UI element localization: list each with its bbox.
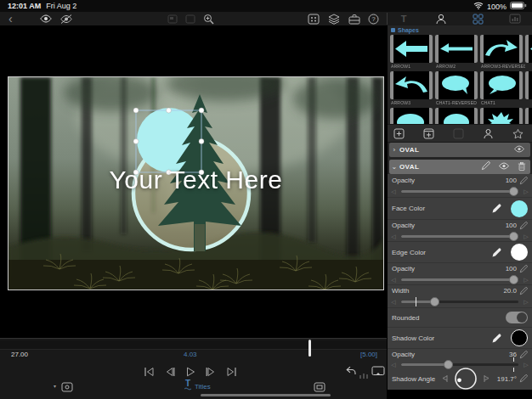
title-overlay-text[interactable]: Your Text Here — [8, 166, 383, 194]
edge-opacity-row: Opacity 100 — [388, 221, 532, 230]
main-clip-icon[interactable] — [61, 380, 73, 396]
width-slider[interactable]: ◁ ▷ — [388, 296, 532, 307]
tab-text[interactable]: T — [399, 13, 409, 25]
help-icon[interactable]: ? — [368, 13, 379, 25]
slider-thumb[interactable] — [509, 232, 518, 241]
layer-delete-icon[interactable] — [518, 161, 526, 173]
slider-thumb[interactable] — [509, 275, 518, 284]
shape-preset-burst[interactable] — [480, 108, 523, 124]
expand-chevron-icon[interactable]: ⌄ — [389, 163, 399, 171]
shapes-section-header: Shapes — [391, 25, 419, 34]
clip-dropdown-icon[interactable]: ▾ — [54, 383, 56, 389]
add-to-album-icon[interactable] — [422, 127, 434, 139]
frame-back-button[interactable] — [164, 365, 176, 380]
tab-voice[interactable] — [435, 13, 447, 25]
eyedropper-icon[interactable] — [491, 333, 502, 344]
shape-preset-chat1-reversed[interactable] — [435, 71, 478, 99]
shape-preset-chat1[interactable] — [480, 71, 523, 99]
edit-value-icon[interactable] — [519, 287, 528, 295]
layer-row-oval-2-selected[interactable]: ⌄ OVAL — [389, 160, 530, 174]
tab-stats[interactable] — [509, 13, 521, 25]
slider-inc[interactable]: ▷ — [523, 299, 529, 306]
angle-inc-icon[interactable] — [483, 374, 490, 383]
slider-inc[interactable]: ▷ — [523, 277, 529, 284]
shape-preset-arrow3[interactable] — [390, 71, 433, 99]
undo-button[interactable] — [344, 364, 357, 379]
slider-dec[interactable]: ◁ — [390, 188, 397, 195]
snapshot-icon[interactable] — [308, 13, 320, 25]
layer-row-oval-1[interactable]: › OVAL — [389, 143, 530, 157]
audio-meter-icon[interactable] — [359, 367, 369, 382]
face-opacity-value: 100 — [506, 177, 517, 184]
shadow-angle-value: 191.7° — [490, 375, 517, 383]
shadow-color-swatch[interactable] — [511, 329, 528, 346]
titles-clip-icon[interactable]: T — [183, 379, 193, 394]
add-icon[interactable] — [393, 127, 405, 139]
angle-dec-icon[interactable] — [441, 374, 449, 383]
edit-value-icon[interactable] — [519, 374, 528, 383]
edit-value-icon[interactable] — [519, 177, 528, 185]
slider-inc[interactable]: ▷ — [523, 233, 529, 240]
layer-edit-icon[interactable] — [481, 161, 490, 172]
jump-end-button[interactable] — [226, 365, 238, 380]
playhead[interactable] — [308, 340, 311, 357]
slider-dec[interactable]: ◁ — [390, 299, 397, 306]
zoom-in-icon[interactable] — [203, 13, 214, 25]
back-button[interactable]: ‹ — [8, 13, 13, 25]
face-opacity-slider[interactable]: ◁ ▷ — [388, 186, 532, 197]
slider-thumb[interactable] — [509, 187, 518, 196]
shape-preset-bubble2[interactable] — [435, 108, 478, 124]
layer-visibility-icon[interactable] — [513, 145, 525, 155]
timeline-ruler[interactable] — [0, 340, 387, 350]
timeline[interactable]: 27.00 4.03 [5.00] ▾ T Titles — [0, 338, 387, 399]
width-row: Width 20.0 — [388, 286, 532, 295]
edge-color-row: Edge Color — [388, 242, 532, 262]
narration-icon[interactable] — [482, 127, 494, 139]
shadow-angle-row: Shadow Angle 191.7° — [388, 368, 532, 390]
edge-opacity2-value: 100 — [506, 265, 517, 273]
svg-text:?: ? — [371, 15, 375, 23]
face-color-swatch[interactable] — [511, 200, 528, 217]
rounded-row: Rounded — [388, 308, 532, 327]
titles-clip-label[interactable]: Titles — [195, 383, 211, 391]
tab-shapes[interactable] — [473, 13, 484, 25]
width-value: 20.0 — [503, 287, 517, 295]
album-icon[interactable] — [452, 127, 464, 139]
angle-dial[interactable] — [454, 367, 478, 390]
toolbox-icon[interactable] — [348, 13, 360, 25]
timeline-scrollbar[interactable] — [201, 394, 331, 396]
rounded-toggle[interactable] — [506, 312, 528, 323]
slider-dec[interactable]: ◁ — [390, 277, 397, 284]
layout-b-icon[interactable] — [185, 13, 195, 25]
svg-text:T: T — [185, 379, 190, 388]
shape-preset-arrow2[interactable] — [435, 35, 478, 63]
shape-preset-arrow3-reversed[interactable] — [480, 35, 523, 63]
shape-preset-extra-col[interactable] — [525, 35, 532, 63]
display-icon[interactable] — [371, 364, 385, 379]
shape-preset-extra-col3[interactable] — [525, 108, 532, 124]
edit-value-icon[interactable] — [519, 265, 528, 273]
slider-thumb[interactable] — [430, 297, 439, 306]
layers-icon[interactable] — [328, 13, 340, 25]
shape-preset-extra-col2[interactable] — [525, 71, 532, 99]
layout-a-icon[interactable] — [167, 13, 178, 25]
hide-overlay-icon[interactable] — [59, 13, 73, 25]
edge-opacity-value: 100 — [506, 222, 517, 229]
slider-dec[interactable]: ◁ — [390, 233, 397, 240]
shape-preset-bubble1[interactable] — [390, 108, 433, 124]
layer-visibility-icon[interactable] — [498, 162, 510, 171]
show-overlay-icon[interactable] — [39, 13, 53, 25]
frame-forward-button[interactable] — [205, 365, 217, 380]
slider-inc[interactable]: ▷ — [523, 188, 529, 195]
edit-value-icon[interactable] — [519, 222, 528, 230]
shape-preset-arrow1[interactable] — [390, 35, 433, 63]
jump-start-button[interactable] — [143, 365, 155, 380]
eyedropper-icon[interactable] — [491, 247, 502, 258]
edit-value-icon[interactable] — [519, 351, 528, 359]
eyedropper-icon[interactable] — [491, 203, 502, 214]
total-duration: 27.00 — [11, 351, 28, 358]
collapse-chevron-icon[interactable]: › — [389, 146, 399, 154]
favorites-icon[interactable] — [512, 127, 524, 139]
viewer-canvas[interactable]: Your Text Here — [8, 76, 384, 290]
edge-color-swatch[interactable] — [511, 244, 528, 261]
